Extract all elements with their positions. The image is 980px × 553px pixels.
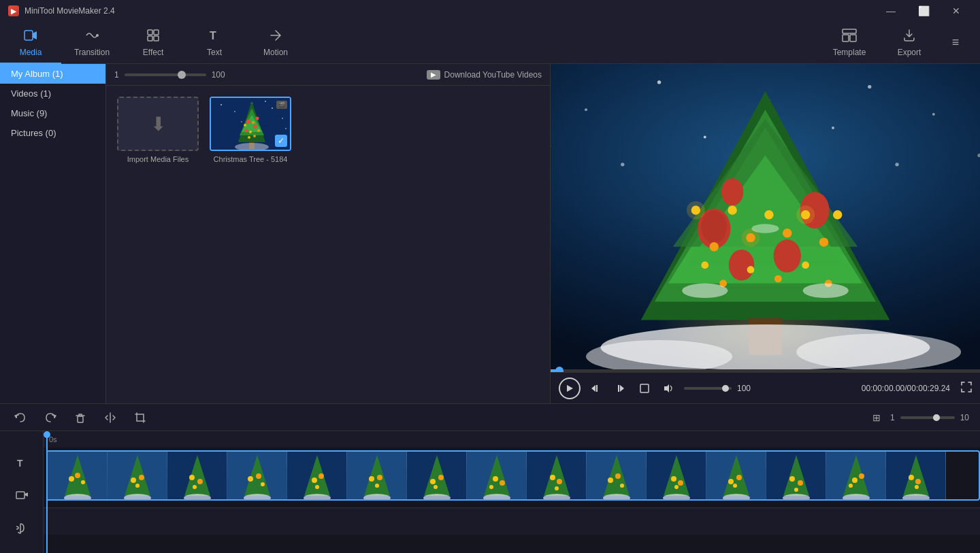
left-panel: My Album (1) Videos (1) Music (9) Pictur…	[0, 64, 106, 403]
toolbar-motion-label: Motion	[263, 48, 288, 57]
toolbar-effect[interactable]: Effect	[122, 22, 184, 64]
toolbar-text[interactable]: T Text	[184, 22, 245, 64]
svg-point-147	[550, 475, 555, 480]
svg-point-172	[798, 480, 803, 486]
zoom-slider[interactable]	[125, 73, 206, 76]
preview-video	[551, 64, 980, 372]
svg-point-153	[608, 477, 613, 483]
svg-point-125	[315, 485, 319, 489]
christmas-tree-thumb[interactable]: 🎬 ✓	[210, 97, 291, 151]
svg-point-99	[69, 476, 74, 482]
volume-slider[interactable]	[684, 387, 732, 390]
toolbar-template[interactable]: Template	[822, 22, 877, 64]
redo-button[interactable]	[41, 408, 60, 427]
transition-icon	[84, 28, 99, 45]
media-icon	[23, 28, 38, 45]
volume-value: 100	[737, 384, 751, 393]
svg-point-62	[701, 210, 727, 243]
svg-point-85	[803, 284, 849, 299]
svg-marker-87	[567, 385, 573, 392]
timeline-tracks[interactable]: 0s	[44, 431, 980, 553]
christmas-tree-item[interactable]: 🎬 ✓ Christmas Tree - 5184	[210, 97, 291, 163]
audio-track-tool[interactable]	[11, 517, 33, 539]
svg-point-160	[678, 480, 683, 486]
time-display: 00:00:00.00/00:00:29.24	[862, 384, 950, 393]
title-bar: ▶ MiniTool MovieMaker 2.4 — ⬜ ✕	[0, 0, 980, 22]
svg-point-67	[764, 210, 773, 219]
film-frame-12	[706, 452, 766, 499]
svg-point-166	[736, 475, 742, 480]
svg-point-179	[849, 484, 853, 488]
svg-point-40	[932, 113, 935, 116]
svg-point-183	[909, 475, 914, 480]
svg-point-100	[75, 473, 80, 478]
film-frame-6	[347, 452, 407, 499]
forward-button[interactable]	[610, 379, 630, 398]
svg-rect-0	[24, 31, 33, 40]
svg-point-14	[272, 107, 273, 109]
text-icon: T	[207, 28, 222, 45]
nav-videos[interactable]: Videos (1)	[0, 84, 105, 103]
delete-button[interactable]	[71, 408, 90, 427]
svg-point-72	[701, 261, 708, 269]
svg-point-29	[249, 131, 252, 133]
svg-rect-2	[148, 30, 152, 35]
text-track-tool[interactable]: T	[11, 452, 33, 473]
svg-point-12	[234, 111, 235, 112]
fullscreen-small-button[interactable]	[635, 379, 654, 398]
import-thumb[interactable]: ⬇	[117, 97, 199, 151]
svg-point-36	[585, 108, 587, 111]
split-button[interactable]	[101, 408, 120, 427]
svg-point-11	[220, 104, 222, 105]
toolbar-transition[interactable]: Transition	[61, 22, 122, 64]
film-frame-5	[287, 452, 347, 499]
toolbar-export[interactable]: Export	[882, 22, 936, 64]
rewind-button[interactable]	[586, 379, 605, 398]
zoom-add-button[interactable]: ⊞	[868, 409, 885, 426]
volume-button[interactable]	[659, 379, 679, 398]
svg-point-37	[657, 80, 661, 84]
import-media-label: Import Media Files	[127, 155, 189, 163]
svg-point-131	[375, 484, 379, 488]
crop-button[interactable]	[131, 408, 150, 427]
svg-point-18	[285, 128, 287, 129]
timeline: ⊞ 1 10 T	[0, 403, 980, 553]
svg-point-26	[256, 117, 259, 120]
playhead[interactable]	[46, 431, 48, 553]
svg-point-177	[852, 477, 858, 483]
svg-marker-88	[591, 385, 595, 392]
svg-point-141	[493, 476, 498, 482]
video-track-tool[interactable]	[11, 484, 33, 506]
nav-my-album[interactable]: My Album (1)	[0, 64, 105, 84]
svg-point-106	[139, 475, 144, 480]
svg-point-130	[377, 475, 382, 480]
svg-point-178	[859, 473, 864, 479]
minimize-button[interactable]: —	[875, 0, 906, 22]
timeline-zoom-slider[interactable]	[900, 416, 955, 419]
svg-point-43	[621, 163, 624, 166]
svg-point-25	[245, 129, 248, 133]
toolbar-transition-label: Transition	[74, 48, 110, 57]
film-frame-10	[587, 452, 647, 499]
toolbar-motion[interactable]: Motion	[245, 22, 306, 64]
import-media-item[interactable]: ⬇ Import Media Files	[117, 97, 199, 163]
maximize-button[interactable]: ⬜	[908, 0, 939, 22]
svg-point-117	[248, 476, 253, 482]
svg-point-46	[704, 136, 706, 139]
toolbar-media[interactable]: Media	[0, 22, 61, 64]
svg-point-135	[430, 479, 436, 484]
nav-music[interactable]: Music (9)	[0, 103, 105, 123]
film-frame-15	[886, 452, 946, 499]
svg-point-33	[235, 143, 269, 151]
svg-rect-4	[148, 36, 152, 41]
fullscreen-button[interactable]	[961, 382, 972, 395]
close-button[interactable]: ✕	[941, 0, 972, 22]
video-track-content[interactable]	[46, 450, 980, 501]
play-button[interactable]	[559, 378, 581, 399]
svg-point-111	[189, 475, 195, 480]
menu-icon[interactable]: ≡	[942, 22, 969, 64]
youtube-download-button[interactable]: ▶ Download YouTube Videos	[427, 70, 542, 80]
undo-button[interactable]	[11, 408, 30, 427]
nav-pictures[interactable]: Pictures (0)	[0, 123, 105, 143]
svg-point-24	[253, 124, 257, 129]
